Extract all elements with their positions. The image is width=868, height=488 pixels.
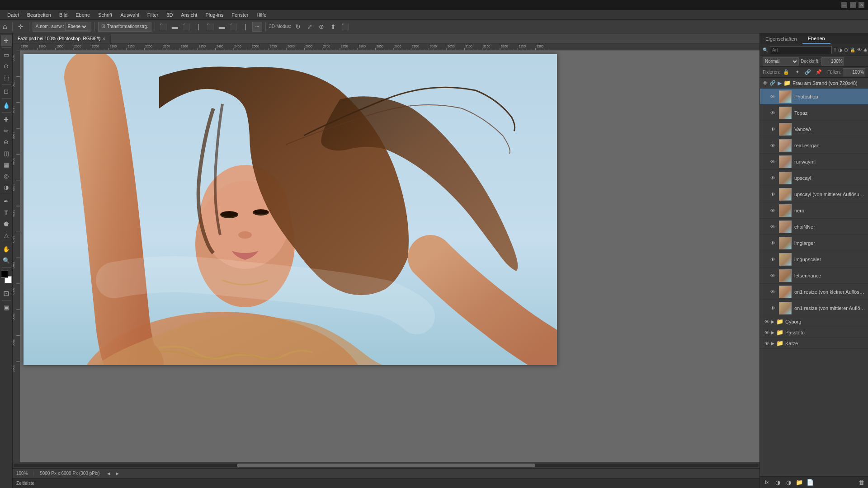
layer-item-letsenhance[interactable]: 👁 letsenhance (760, 267, 868, 284)
marquee-tool[interactable]: ▭ (1, 49, 12, 60)
auto-select-btn[interactable]: Autom. ausw.: Ebene (33, 22, 92, 32)
add-adjustment-btn[interactable]: ◑ (783, 478, 793, 487)
menu-bearbeiten[interactable]: Bearbeiten (24, 11, 55, 19)
layer-search-input[interactable] (770, 46, 832, 54)
new-group-btn[interactable]: 📁 (794, 478, 804, 487)
eye-icon-nero[interactable]: 👁 (769, 208, 776, 213)
lock-artboard-btn[interactable]: 🔗 (803, 68, 812, 76)
layers-list[interactable]: 👁 🔗 ▶ 📁 Frau am Strand (von 720x48) 👁 Ph… (760, 78, 868, 476)
screen-mode-btn[interactable]: ▣ (1, 302, 12, 313)
eye-icon-group[interactable]: 👁 (763, 80, 768, 86)
eyedropper-tool[interactable]: 💧 (1, 100, 12, 111)
eye-icon-vancea[interactable]: 👁 (769, 127, 776, 132)
new-layer-btn[interactable]: 📄 (805, 478, 815, 487)
lasso-tool[interactable]: ⊙ (1, 61, 12, 71)
layer-item-chainner[interactable]: 👁 chaiNNer (760, 219, 868, 235)
menu-fenster[interactable]: Fenster (228, 11, 252, 19)
hand-tool[interactable]: ✋ (1, 244, 12, 254)
layer-item-real-esrgan[interactable]: 👁 real-esrgan (760, 137, 868, 154)
layer-group-passfoto[interactable]: 👁 ▶ 📁 Passfoto (760, 327, 868, 338)
doc-tab-active[interactable]: Fazit.psd bei 100% (Photoshop, RGB/8#) ✕ (13, 34, 111, 43)
layer-group-katze[interactable]: 👁 ▶ 📁 Katze (760, 338, 868, 349)
lock-all-btn[interactable]: 📌 (814, 68, 823, 76)
dodge-tool[interactable]: ◑ (1, 182, 12, 192)
scroll-thumb[interactable] (237, 464, 535, 467)
menu-bild[interactable]: Bild (56, 11, 71, 19)
menu-ebene[interactable]: Ebene (72, 11, 94, 19)
search-vis-btn[interactable]: 👁 (857, 46, 862, 54)
menu-datei[interactable]: Datei (4, 11, 23, 19)
eraser-tool[interactable]: ◫ (1, 148, 12, 159)
layer-item-topaz[interactable]: 👁 Topaz (760, 105, 868, 121)
menu-filter[interactable]: Filter (144, 11, 162, 19)
menu-auswahl[interactable]: Auswahl (117, 11, 143, 19)
search-toggle-btn[interactable]: ◉ (863, 46, 868, 54)
eye-icon-upscayl[interactable]: 👁 (769, 175, 776, 181)
align-left-btn[interactable]: ⬛ (158, 22, 168, 32)
search-lock-btn[interactable]: 🔒 (850, 46, 855, 54)
brush-tool[interactable]: ✏ (1, 125, 12, 136)
layer-item-upscayl[interactable]: 👁 upscayl (760, 170, 868, 186)
path-tool[interactable]: ⬟ (1, 218, 12, 229)
delete-layer-btn[interactable]: 🗑 (856, 478, 866, 487)
close-button[interactable]: ✕ (859, 2, 864, 8)
eye-icon-upscayl-mid[interactable]: 👁 (769, 192, 776, 197)
fill-input[interactable] (843, 68, 865, 76)
zoom-tool[interactable]: 🔍 (1, 255, 12, 266)
eye-icon-runwayml[interactable]: 👁 (769, 159, 776, 164)
align-top-btn[interactable]: ⬛ (205, 22, 215, 32)
eye-icon-cyborg[interactable]: 👁 (764, 319, 769, 324)
layer-item-imgupscaler[interactable]: 👁 imgupscaler (760, 251, 868, 267)
3d-zoom-btn[interactable]: ⊕ (316, 22, 326, 32)
move-tool-icon[interactable]: ✛ (16, 22, 26, 32)
menu-3d[interactable]: 3D (163, 11, 176, 19)
opacity-input[interactable] (821, 57, 844, 66)
eye-icon-letsenhance[interactable]: 👁 (769, 273, 776, 278)
status-arrow-right[interactable]: ▶ (116, 471, 119, 476)
layer-item-imglarger[interactable]: 👁 imglarger (760, 235, 868, 251)
menu-plugins[interactable]: Plug-ins (202, 11, 227, 19)
align-mid-btn[interactable]: ▬ (217, 22, 227, 32)
eye-icon-topaz[interactable]: 👁 (769, 110, 776, 116)
align-bottom-btn[interactable]: ⬛ (229, 22, 239, 32)
menu-hilfe[interactable]: Hilfe (253, 11, 270, 19)
layer-group-cyborg[interactable]: 👁 ▶ 📁 Cyborg (760, 316, 868, 327)
layer-item-photoshop[interactable]: 👁 Photoshop (760, 89, 868, 105)
blend-mode-select[interactable]: Normal Multiplizieren Abblenden (763, 57, 799, 66)
lock-pixel-btn[interactable]: ✦ (793, 68, 802, 76)
quick-mask-btn[interactable]: ⊡ (1, 288, 12, 299)
transform-btn[interactable]: ☑ Transformationsstrg. (98, 22, 151, 32)
type-tool[interactable]: T (1, 207, 12, 218)
menu-ansicht[interactable]: Ansicht (177, 11, 201, 19)
gradient-tool[interactable]: ▦ (1, 159, 12, 170)
layer-group-header-main[interactable]: 👁 🔗 ▶ 📁 Frau am Strand (von 720x48) (760, 78, 868, 89)
layer-item-runwayml[interactable]: 👁 runwayml (760, 154, 868, 170)
more-btn[interactable]: ··· (252, 22, 262, 32)
search-smart-btn[interactable]: ⬡ (844, 46, 848, 54)
object-select-tool[interactable]: ⬚ (1, 72, 12, 83)
3d-extra-btn[interactable]: ⬛ (340, 22, 350, 32)
foreground-color[interactable] (1, 271, 8, 278)
crop-tool[interactable]: ⊡ (1, 86, 12, 97)
eye-icon-on1resize-mid[interactable]: 👁 (769, 305, 776, 311)
3d-rotate-btn[interactable]: ↻ (293, 22, 303, 32)
align-center-btn[interactable]: ▬ (170, 22, 180, 32)
align-right-btn[interactable]: ⬛ (182, 22, 192, 32)
autom-dropdown[interactable]: Ebene (65, 23, 88, 31)
canvas-container[interactable] (20, 51, 760, 462)
shape-tool[interactable]: △ (1, 230, 12, 240)
horizontal-scrollbar[interactable] (13, 462, 760, 468)
align-sep-btn[interactable]: | (193, 22, 203, 32)
eye-icon-imglarger[interactable]: 👁 (769, 240, 776, 246)
clone-tool[interactable]: ⊕ (1, 136, 12, 147)
eye-icon-real-esrgan[interactable]: 👁 (769, 143, 776, 148)
tab-ebenen[interactable]: Ebenen (802, 34, 830, 44)
align-sep2-btn[interactable]: | (241, 22, 250, 32)
eye-icon-photoshop[interactable]: 👁 (769, 94, 776, 99)
minimize-button[interactable]: — (841, 2, 847, 8)
heal-tool[interactable]: ✚ (1, 114, 12, 125)
3d-pan-btn[interactable]: ⤢ (305, 22, 315, 32)
color-swatches[interactable] (1, 271, 12, 283)
eye-icon-passfoto[interactable]: 👁 (764, 330, 769, 335)
eye-icon-imgupscaler[interactable]: 👁 (769, 257, 776, 262)
